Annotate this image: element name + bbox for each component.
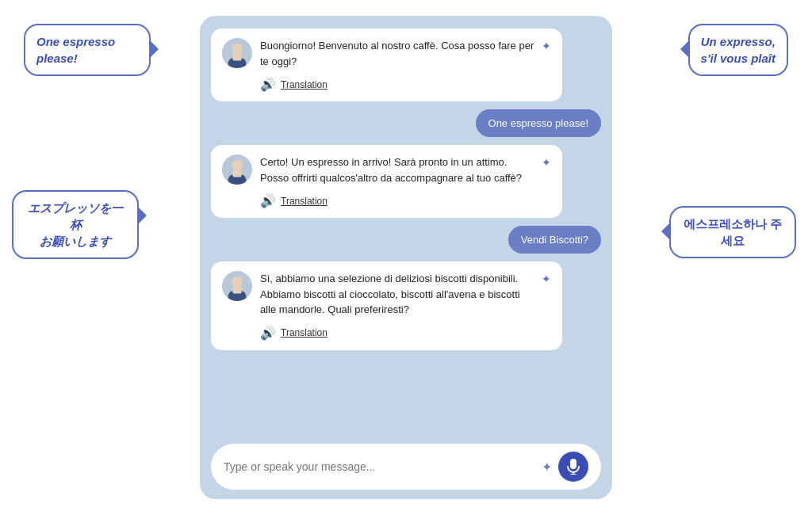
svg-rect-12 [570, 459, 576, 469]
message-4-container: Vendi Biscotti? [211, 226, 601, 254]
message-5-text: Sì, abbiamo una selezione di deliziosi b… [260, 271, 535, 318]
message-3-text: Certo! Un espresso in arrivo! Sarà pront… [260, 154, 535, 185]
translation-link-3[interactable]: Translation [281, 196, 327, 207]
message-1: Buongiorno! Benvenuto al nostro caffè. C… [211, 29, 562, 101]
message-4: Vendi Biscotti? [508, 226, 601, 254]
bubble-top-right: Un expresso, s'il vous plaît [688, 24, 788, 76]
avatar-3 [222, 154, 252, 185]
messages-area: Buongiorno! Benvenuto al nostro caffè. C… [211, 29, 601, 433]
message-5-body: Sì, abbiamo una selezione di deliziosi b… [260, 271, 551, 341]
svg-rect-7 [232, 170, 241, 177]
message-1-row: Buongiorno! Benvenuto al nostro caffè. C… [260, 38, 551, 69]
message-1-body: Buongiorno! Benvenuto al nostro caffè. C… [260, 38, 551, 92]
svg-rect-3 [232, 53, 241, 61]
sound-icon-5[interactable]: 🔊 [260, 326, 276, 341]
sparkle-icon-1: ✦ [542, 40, 551, 69]
message-5-row: Sì, abbiamo una selezione di deliziosi b… [260, 271, 551, 318]
message-1-wrapper: Buongiorno! Benvenuto al nostro caffè. C… [211, 29, 601, 101]
sound-icon-3[interactable]: 🔊 [260, 193, 276, 208]
mic-button[interactable] [558, 452, 588, 482]
sparkle-icon-5: ✦ [542, 273, 551, 318]
input-sparkle-icon: ✦ [542, 460, 552, 475]
message-3-wrapper: Certo! Un espresso in arrivo! Sarà pront… [211, 145, 601, 218]
message-2: One espresso please! [476, 109, 601, 137]
svg-rect-11 [232, 286, 241, 294]
message-2-container: One espresso please! [211, 109, 601, 137]
svg-point-1 [232, 44, 242, 54]
chat-window: Buongiorno! Benvenuto al nostro caffè. C… [200, 16, 612, 499]
message-5-wrapper: Sì, abbiamo una selezione di deliziosi b… [211, 261, 601, 350]
message-3-body: Certo! Un espresso in arrivo! Sarà pront… [260, 154, 551, 208]
bubble-mid-right: 에스프레소하나 주세요 [669, 206, 796, 258]
avatar-5 [222, 271, 252, 301]
bubble-top-left: One espresso please! [24, 24, 151, 76]
message-3: Certo! Un espresso in arrivo! Sarà pront… [211, 145, 562, 218]
sparkle-icon-3: ✦ [542, 156, 551, 185]
message-1-text: Buongiorno! Benvenuto al nostro caffè. C… [260, 38, 535, 69]
input-area: ✦ [211, 444, 601, 490]
avatar-1 [222, 38, 252, 68]
mic-icon [567, 459, 580, 475]
message-input[interactable] [224, 460, 535, 473]
svg-point-5 [232, 160, 242, 170]
translation-link-5[interactable]: Translation [281, 327, 327, 338]
translation-link-1[interactable]: Translation [281, 79, 327, 90]
message-5: Sì, abbiamo una selezione di deliziosi b… [211, 261, 562, 350]
message-3-row: Certo! Un espresso in arrivo! Sarà pront… [260, 154, 551, 185]
svg-point-9 [232, 277, 242, 287]
sound-icon-1[interactable]: 🔊 [260, 77, 276, 92]
bubble-mid-left: エスプレッソを一杯 お願いします [12, 190, 139, 259]
